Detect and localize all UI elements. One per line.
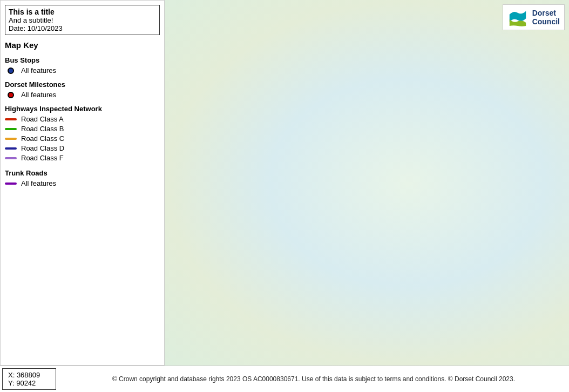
logo-text: Dorset Council xyxy=(532,9,560,26)
map-title: This is a title xyxy=(9,8,156,16)
milestones-label: All features xyxy=(21,91,56,99)
line-red xyxy=(5,118,17,120)
road-class-a-icon xyxy=(5,118,17,120)
line-darkblue xyxy=(5,147,17,150)
legend-road-class-b: Road Class B xyxy=(5,125,160,133)
main-container: This is a title And a subtitle! Date: 10… xyxy=(0,0,569,366)
bottom-bar: X: 368809 Y: 90242 © Crown copyright and… xyxy=(0,366,569,392)
coordinates-box: X: 368809 Y: 90242 xyxy=(2,368,56,390)
red-dot xyxy=(8,92,14,98)
road-class-f-icon xyxy=(5,157,17,159)
title-box: This is a title And a subtitle! Date: 10… xyxy=(5,5,160,35)
road-class-a-label: Road Class A xyxy=(21,115,64,123)
dorset-council-logo: Dorset Council xyxy=(503,4,565,30)
legend-road-class-a: Road Class A xyxy=(5,115,160,123)
trunk-road-icon xyxy=(5,183,17,185)
line-violet xyxy=(5,157,17,159)
blue-dot xyxy=(8,67,14,74)
legend-road-class-f: Road Class F xyxy=(5,154,160,162)
road-class-d-icon xyxy=(5,147,17,150)
legend-trunk-roads-all: All features xyxy=(5,179,160,187)
milestone-icon xyxy=(5,92,17,98)
line-purple xyxy=(5,183,17,185)
legend-road-class-c: Road Class C xyxy=(5,134,160,143)
section-trunk-roads: Trunk Roads xyxy=(5,169,160,177)
trunk-roads-label: All features xyxy=(21,179,56,187)
road-class-b-icon xyxy=(5,128,17,130)
dorset-logo-svg xyxy=(507,7,528,28)
line-green xyxy=(5,128,17,130)
road-class-d-label: Road Class D xyxy=(21,144,64,152)
legend-bus-stops-all: All features xyxy=(5,66,160,75)
section-bus-stops: Bus Stops xyxy=(5,56,160,64)
section-highways: Highways Inspected Network xyxy=(5,105,160,113)
map-date: Date: 10/10/2023 xyxy=(9,24,156,32)
road-class-b-label: Road Class B xyxy=(21,125,64,133)
road-class-c-icon xyxy=(5,138,17,140)
y-coordinate: Y: 90242 xyxy=(8,379,50,387)
bus-stops-label: All features xyxy=(21,66,56,75)
map-area[interactable]: Dorchester Frome Whitfield Burton Jubile… xyxy=(165,0,569,366)
x-coordinate: X: 368809 xyxy=(8,371,50,379)
road-class-f-label: Road Class F xyxy=(21,154,64,162)
map-key-title: Map Key xyxy=(5,40,160,50)
line-orange xyxy=(5,138,17,140)
copyright-text: © Crown copyright and database rights 20… xyxy=(58,366,569,392)
section-milestones: Dorset Milestones xyxy=(5,80,160,89)
legend-milestones-all: All features xyxy=(5,91,160,99)
road-class-c-label: Road Class C xyxy=(21,134,64,143)
map-subtitle: And a subtitle! xyxy=(9,16,156,24)
map-background xyxy=(165,0,569,366)
left-panel: This is a title And a subtitle! Date: 10… xyxy=(0,0,165,366)
legend-road-class-d: Road Class D xyxy=(5,144,160,152)
bus-stop-icon xyxy=(5,67,17,74)
